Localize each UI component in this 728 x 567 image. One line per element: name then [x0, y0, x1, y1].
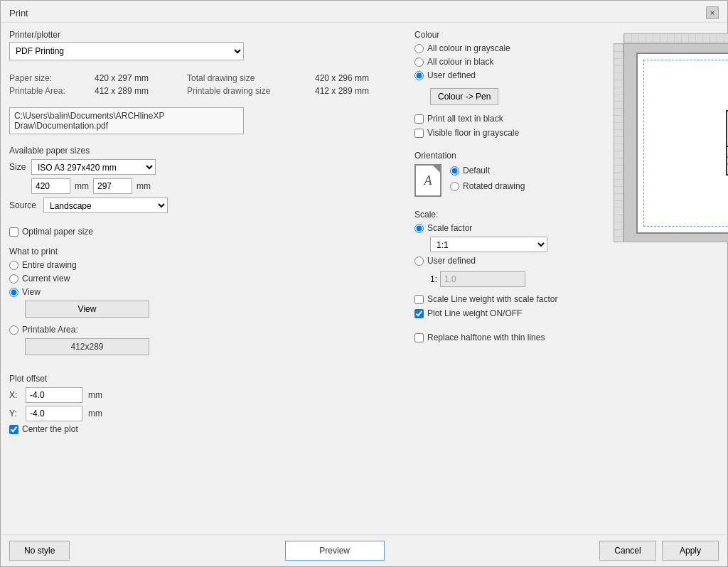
scale-section: Scale: Scale factor 1:1 1:2 1:5 1:10 U	[414, 210, 606, 342]
optimal-paper-checkbox[interactable]	[9, 227, 18, 237]
scale-factor-radio[interactable]	[414, 224, 424, 233]
user-defined-scale-option[interactable]: User defined	[414, 256, 606, 266]
grayscale-radio[interactable]	[414, 44, 424, 53]
optimal-paper-row: Optimal paper size	[9, 227, 407, 237]
what-to-print-radio-group: Entire drawing Current view View View Pr…	[9, 260, 407, 355]
printable-area-option[interactable]: Printable Area:	[9, 325, 407, 335]
plot-offset-section: Plot offset X: -4.0 mm Y: -4.0 mm Center…	[9, 374, 407, 434]
colour-pen-button[interactable]: Colour -> Pen	[430, 88, 498, 105]
all-black-option[interactable]: All colour in black	[414, 57, 606, 67]
colour-section: Colour All colour in grayscale All colou…	[414, 30, 606, 138]
user-defined-scale-input-row: 1: 1.0	[430, 271, 606, 287]
drawing-svg	[719, 104, 728, 182]
right-panel: Name Date:	[614, 30, 728, 527]
paper-sheet: Name Date:	[636, 53, 729, 234]
width-input[interactable]: 420	[31, 178, 70, 194]
ruler-side	[614, 43, 623, 242]
text-options: Print all text in black Visible floor in…	[414, 114, 606, 138]
dialog-title: Print	[9, 8, 28, 18]
visible-floor-grayscale-label[interactable]: Visible floor in grayscale	[414, 128, 606, 138]
total-drawing-value: 420 x 296 mm	[315, 73, 407, 83]
print-dialog: Print × Printer/plotter PDF Printing Pap…	[0, 0, 728, 567]
middle-panel: Colour All colour in grayscale All colou…	[414, 30, 606, 527]
height-input[interactable]: 297	[93, 178, 132, 194]
x-mm: mm	[88, 390, 102, 400]
printer-select[interactable]: PDF Printing	[9, 42, 244, 60]
view-option[interactable]: View	[9, 287, 407, 297]
view-button[interactable]: View	[25, 301, 149, 318]
colour-title: Colour	[414, 30, 606, 40]
source-select[interactable]: Landscape Portrait	[43, 198, 168, 213]
default-orientation-option[interactable]: Default	[450, 166, 525, 176]
what-to-print-section: What to print Entire drawing Current vie…	[9, 247, 407, 360]
paper-area: Name Date:	[623, 43, 728, 242]
default-orientation-radio[interactable]	[450, 166, 459, 176]
visible-floor-grayscale-checkbox[interactable]	[414, 129, 424, 138]
replace-halftone-label[interactable]: Replace halftone with thin lines	[414, 333, 606, 342]
orientation-row: A Default Rotated drawing	[414, 164, 606, 197]
replace-halftone-checkbox[interactable]	[414, 333, 424, 342]
current-view-radio[interactable]	[9, 274, 18, 284]
printable-area-value: 412 x 289 mm	[95, 86, 187, 96]
orientation-section: Orientation A Default Rotated drawing	[414, 151, 606, 197]
preview-button[interactable]: Preview	[285, 541, 385, 561]
printable-area-radio[interactable]	[9, 325, 18, 335]
apply-button[interactable]: Apply	[662, 541, 719, 561]
entire-drawing-option[interactable]: Entire drawing	[9, 260, 407, 270]
what-to-print-title: What to print	[9, 247, 407, 256]
paper-size-value: 420 x 297 mm	[95, 73, 187, 83]
scale-dropdown[interactable]: 1:1 1:2 1:5 1:10	[430, 237, 547, 252]
paper-sizes-section: Available paper sizes Size ISO A3 297x42…	[9, 146, 407, 217]
current-view-option[interactable]: Current view	[9, 274, 407, 284]
center-plot-label[interactable]: Center the plot	[9, 424, 407, 434]
width-mm: mm	[75, 181, 89, 191]
plot-lineweight-label[interactable]: Plot Line weight ON/OFF	[414, 308, 606, 318]
scale-lineweight-checkbox[interactable]	[414, 295, 424, 304]
entire-drawing-radio[interactable]	[9, 261, 18, 270]
print-text-black-checkbox[interactable]	[414, 114, 424, 124]
x-label: X:	[9, 390, 20, 400]
scale-lineweight-label[interactable]: Scale Line weight with scale factor	[414, 294, 606, 304]
rotated-drawing-option[interactable]: Rotated drawing	[450, 181, 525, 191]
plot-lineweight-checkbox[interactable]	[414, 309, 424, 318]
no-style-button[interactable]: No style	[9, 541, 70, 561]
bottom-right: Cancel Apply	[599, 541, 719, 561]
print-text-black-label[interactable]: Print all text in black	[414, 114, 606, 124]
view-radio[interactable]	[9, 288, 18, 297]
title-bar: Print ×	[1, 1, 727, 23]
plot-offset-title: Plot offset	[9, 374, 407, 384]
user-defined-prefix: 1:	[430, 274, 437, 284]
bottom-center: Preview	[285, 541, 385, 561]
scale-title: Scale:	[414, 210, 606, 220]
source-label: Source	[9, 200, 38, 210]
paper-size-select[interactable]: ISO A3 297x420 mm	[31, 159, 156, 175]
size-label: Size	[9, 162, 27, 172]
y-input[interactable]: -4.0	[26, 406, 82, 421]
all-black-radio[interactable]	[414, 58, 424, 67]
x-input[interactable]: -4.0	[26, 387, 82, 403]
printable-area-display: 412x289	[25, 338, 149, 355]
orientation-radio-group: Default Rotated drawing	[450, 166, 525, 191]
user-defined-colour-radio[interactable]	[414, 71, 424, 80]
dimensions-row: 420 mm 297 mm	[9, 178, 407, 194]
optimal-paper-label[interactable]: Optimal paper size	[9, 227, 407, 237]
bottom-bar: No style Preview Cancel Apply	[1, 534, 727, 566]
user-defined-scale-input[interactable]: 1.0	[440, 271, 525, 287]
center-plot-checkbox[interactable]	[9, 425, 18, 434]
scale-factor-option[interactable]: Scale factor	[414, 223, 606, 233]
user-defined-colour-option[interactable]: User defined	[414, 70, 606, 80]
page-orientation-icon: A	[414, 164, 441, 197]
cancel-button[interactable]: Cancel	[599, 541, 656, 561]
total-drawing-label: Total drawing size	[187, 73, 315, 83]
close-button[interactable]: ×	[706, 6, 719, 19]
grayscale-option[interactable]: All colour in grayscale	[414, 43, 606, 53]
user-defined-scale-radio[interactable]	[414, 256, 424, 266]
printable-drawing-value: 412 x 289 mm	[315, 86, 407, 96]
printable-area-label: Printable Area:	[9, 86, 95, 96]
printable-drawing-label: Printable drawing size	[187, 86, 315, 96]
printer-section: Printer/plotter PDF Printing	[9, 30, 407, 60]
size-row: Size ISO A3 297x420 mm	[9, 159, 407, 175]
rotated-drawing-radio[interactable]	[450, 182, 459, 191]
filepath-box: C:\Users\balin\Documents\ARCHlineXP Draw…	[9, 107, 244, 134]
left-panel: Printer/plotter PDF Printing Paper size:…	[9, 30, 407, 527]
